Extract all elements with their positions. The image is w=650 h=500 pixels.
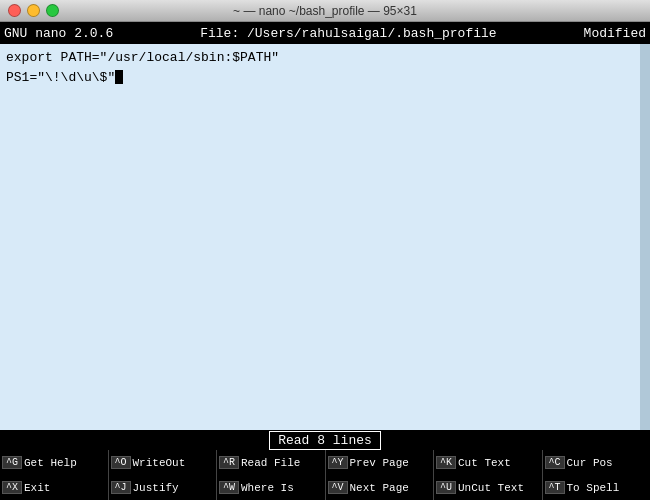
shortcut-key-^W: ^W	[219, 481, 239, 494]
key-badge: ^T	[545, 481, 565, 494]
shortcut-writeout[interactable]: ^O WriteOut	[108, 450, 217, 475]
shortcut-justify[interactable]: ^J Justify	[108, 475, 217, 500]
titlebar: ~ — nano ~/bash_profile — 95×31	[0, 0, 650, 22]
shortcut-label: Cur Pos	[567, 457, 613, 469]
editor-area[interactable]: export PATH="/usr/local/sbin:$PATH" PS1=…	[0, 44, 650, 430]
key-badge: ^O	[111, 456, 131, 469]
scrollbar[interactable]	[640, 44, 650, 430]
shortcut-uncut-text[interactable]: ^U UnCut Text	[433, 475, 542, 500]
status-message: Read 8 lines	[269, 431, 381, 450]
shortcut-label: WriteOut	[133, 457, 186, 469]
key-badge: ^J	[111, 481, 131, 494]
shortcut-to-spell[interactable]: ^T To Spell	[542, 475, 651, 500]
key-badge: ^K	[436, 456, 456, 469]
shortcut-exit[interactable]: ^X Exit	[0, 475, 108, 500]
minimize-button[interactable]	[27, 4, 40, 17]
shortcut-label: Exit	[24, 482, 50, 494]
shortcut-key-^T: ^T	[545, 481, 565, 494]
editor-line-2: PS1="\!\d\u\$"	[6, 68, 644, 88]
shortcut-label: Cut Text	[458, 457, 511, 469]
shortcut-get-help[interactable]: ^G Get Help	[0, 450, 108, 475]
shortcut-key-^X: ^X	[2, 481, 22, 494]
shortcut-cut-text[interactable]: ^K Cut Text	[433, 450, 542, 475]
shortcut-key-^C: ^C	[545, 456, 565, 469]
text-cursor	[115, 70, 123, 84]
shortcut-cur-pos[interactable]: ^C Cur Pos	[542, 450, 651, 475]
nano-modified: Modified	[584, 26, 646, 41]
nano-title: GNU nano 2.0.6	[4, 26, 113, 41]
maximize-button[interactable]	[46, 4, 59, 17]
key-badge: ^U	[436, 481, 456, 494]
key-badge: ^X	[2, 481, 22, 494]
shortcut-label: UnCut Text	[458, 482, 524, 494]
shortcut-key-^V: ^V	[328, 481, 348, 494]
shortcut-label: Next Page	[350, 482, 409, 494]
key-badge: ^Y	[328, 456, 348, 469]
titlebar-text: ~ — nano ~/bash_profile — 95×31	[233, 4, 417, 18]
shortcut-key-^U: ^U	[436, 481, 456, 494]
close-button[interactable]	[8, 4, 21, 17]
shortcut-key-^K: ^K	[436, 456, 456, 469]
shortcut-key-^Y: ^Y	[328, 456, 348, 469]
shortcut-key-^J: ^J	[111, 481, 131, 494]
statusbar: Read 8 lines	[0, 430, 650, 450]
footer-row-2: ^X Exit^J Justify^W Where Is^V Next Page…	[0, 475, 650, 500]
app-container: ~ — nano ~/bash_profile — 95×31 GNU nano…	[0, 0, 650, 500]
shortcut-label: Justify	[133, 482, 179, 494]
editor-line-1: export PATH="/usr/local/sbin:$PATH"	[6, 48, 644, 68]
key-badge: ^R	[219, 456, 239, 469]
footer-shortcuts: ^G Get Help^O WriteOut^R Read File^Y Pre…	[0, 450, 650, 500]
footer-row-1: ^G Get Help^O WriteOut^R Read File^Y Pre…	[0, 450, 650, 475]
key-badge: ^C	[545, 456, 565, 469]
shortcut-label: Read File	[241, 457, 300, 469]
shortcut-label: Get Help	[24, 457, 77, 469]
shortcut-read-file[interactable]: ^R Read File	[216, 450, 325, 475]
shortcut-label: Prev Page	[350, 457, 409, 469]
shortcut-next-page[interactable]: ^V Next Page	[325, 475, 434, 500]
key-badge: ^W	[219, 481, 239, 494]
shortcut-label: To Spell	[567, 482, 620, 494]
nano-header: GNU nano 2.0.6 File: /Users/rahulsaigal/…	[0, 22, 650, 44]
shortcut-key-^G: ^G	[2, 456, 22, 469]
key-badge: ^G	[2, 456, 22, 469]
shortcut-where-is[interactable]: ^W Where Is	[216, 475, 325, 500]
shortcut-key-^O: ^O	[111, 456, 131, 469]
shortcut-key-^R: ^R	[219, 456, 239, 469]
key-badge: ^V	[328, 481, 348, 494]
window-buttons	[8, 4, 59, 17]
shortcut-label: Where Is	[241, 482, 294, 494]
nano-file: File: /Users/rahulsaigal/.bash_profile	[113, 26, 583, 41]
shortcut-prev-page[interactable]: ^Y Prev Page	[325, 450, 434, 475]
